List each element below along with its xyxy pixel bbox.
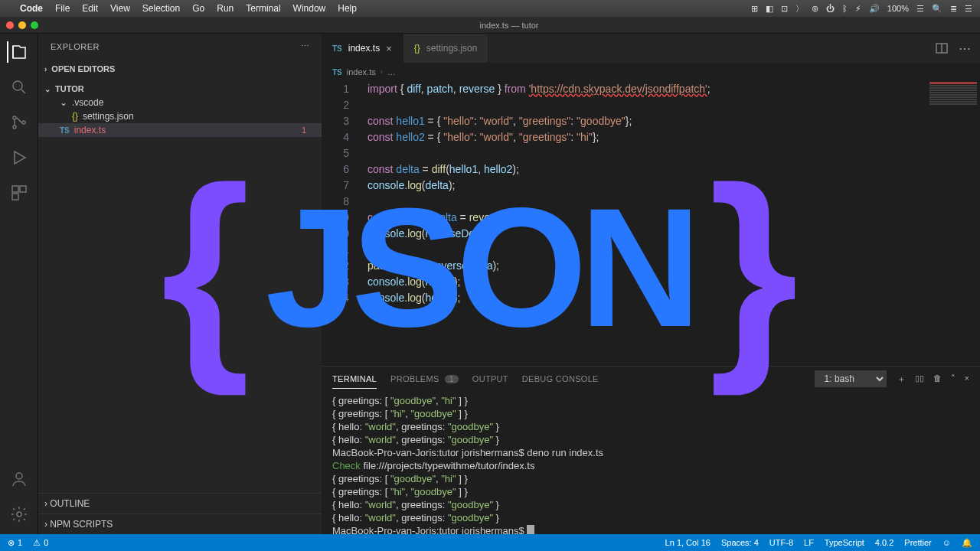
- app-name[interactable]: Code: [20, 3, 43, 14]
- notifications-icon[interactable]: ☰: [965, 4, 972, 14]
- tab-terminal[interactable]: TERMINAL: [332, 370, 377, 389]
- ts-file-icon: TS: [332, 68, 342, 77]
- open-editors-section[interactable]: › OPEN EDITORS: [38, 62, 322, 76]
- chevron-down-icon: ⌄: [60, 97, 67, 108]
- tab-label: index.ts: [348, 43, 380, 54]
- close-tab-icon[interactable]: ×: [386, 43, 392, 54]
- search-icon[interactable]: [8, 77, 30, 98]
- menu-selection[interactable]: Selection: [142, 3, 180, 14]
- svg-point-2: [13, 126, 16, 129]
- tray-icon[interactable]: ◧: [766, 4, 773, 14]
- project-section[interactable]: ⌄ TUTOR: [38, 82, 322, 96]
- sidebar-title: EXPLORER: [51, 42, 100, 51]
- svg-rect-5: [20, 186, 26, 192]
- section-label: TUTOR: [55, 84, 84, 93]
- menu-run[interactable]: Run: [217, 3, 234, 14]
- tab-index-ts[interactable]: TS index.ts ×: [322, 34, 403, 63]
- breadcrumb-file[interactable]: index.ts: [347, 67, 376, 77]
- tray-icon[interactable]: ☰: [916, 4, 924, 14]
- chevron-right-icon: ›: [381, 68, 383, 76]
- file-label: index.ts: [74, 125, 106, 135]
- maximize-window-icon[interactable]: [31, 21, 38, 29]
- minimap[interactable]: [926, 81, 980, 366]
- status-bar: ⊗ 1 ⚠ 0 Ln 1, Col 16 Spaces: 4 UTF-8 LF …: [0, 534, 980, 551]
- tab-label: PROBLEMS: [390, 374, 439, 383]
- status-errors[interactable]: ⊗ 1: [8, 538, 22, 548]
- menu-help[interactable]: Help: [338, 3, 357, 14]
- battery-icon[interactable]: ⚡︎: [855, 4, 861, 14]
- status-bell-icon[interactable]: 🔔: [962, 538, 972, 548]
- chevron-right-icon: ›: [44, 498, 47, 509]
- status-language[interactable]: TypeScript: [825, 538, 864, 548]
- menu-window[interactable]: Window: [293, 3, 326, 14]
- status-cursor[interactable]: Ln 1, Col 16: [665, 538, 710, 548]
- file-settings-json[interactable]: {} settings.json: [38, 109, 322, 123]
- tray-icon[interactable]: 〉: [795, 3, 804, 15]
- status-ts-version[interactable]: 4.0.2: [875, 538, 893, 548]
- source-control-icon[interactable]: [8, 112, 30, 133]
- status-prettier[interactable]: Prettier: [904, 538, 931, 548]
- tab-settings-json[interactable]: {} settings.json: [403, 34, 489, 63]
- status-encoding[interactable]: UTF-8: [769, 538, 793, 548]
- code-content[interactable]: import { diff, patch, reverse } from 'ht…: [368, 81, 980, 306]
- status-eol[interactable]: LF: [804, 538, 814, 548]
- error-count-badge: 1: [302, 126, 306, 135]
- tray-icon[interactable]: ⊞: [751, 4, 758, 14]
- menubar-tray: ⊞ ◧ ⊡ 〉 ⊚ ⏻ ᛒ ⚡︎ 🔊 100% ☰ 🔍 ≣ ☰: [751, 3, 972, 15]
- accounts-icon[interactable]: [8, 468, 30, 490]
- battery-percent[interactable]: 100%: [887, 4, 909, 13]
- breadcrumb[interactable]: TS index.ts › …: [322, 63, 980, 81]
- bottom-panel: TERMINAL PROBLEMS 1 OUTPUT DEBUG CONSOLE…: [322, 366, 980, 534]
- maximize-panel-icon[interactable]: ˄: [951, 373, 956, 385]
- control-center-icon[interactable]: ≣: [950, 4, 957, 14]
- breadcrumb-more[interactable]: …: [387, 67, 396, 77]
- editor-area: TS index.ts × {} settings.json ⋯ TS inde…: [322, 34, 980, 534]
- split-editor-icon[interactable]: [936, 42, 948, 54]
- kill-terminal-icon[interactable]: 🗑: [933, 373, 942, 385]
- traffic-lights: [6, 21, 38, 29]
- more-actions-icon[interactable]: ⋯: [959, 41, 971, 56]
- status-feedback-icon[interactable]: ☺: [942, 538, 951, 548]
- settings-gear-icon[interactable]: [8, 504, 30, 525]
- file-label: settings.json: [83, 111, 134, 122]
- split-terminal-icon[interactable]: ▯▯: [915, 373, 924, 385]
- tab-label: settings.json: [426, 43, 478, 54]
- npm-scripts-section[interactable]: › NPM SCRIPTS: [38, 514, 322, 534]
- editor-tabs: TS index.ts × {} settings.json ⋯: [322, 34, 980, 63]
- extensions-icon[interactable]: [8, 182, 30, 204]
- new-terminal-icon[interactable]: ＋: [897, 373, 906, 385]
- folder-vscode[interactable]: ⌄ .vscode: [38, 96, 322, 109]
- terminal-output[interactable]: { greetings: [ "goodbye", "hi" ] }{ gree…: [322, 391, 980, 534]
- ts-file-icon: TS: [60, 126, 70, 135]
- volume-icon[interactable]: 🔊: [869, 4, 880, 14]
- menu-edit[interactable]: Edit: [82, 3, 98, 14]
- problems-badge: 1: [445, 375, 459, 383]
- outline-section[interactable]: › OUTLINE: [38, 493, 322, 514]
- bluetooth-icon[interactable]: ᛒ: [842, 4, 848, 13]
- tray-icon[interactable]: ⏻: [826, 4, 835, 13]
- run-debug-icon[interactable]: [8, 147, 30, 168]
- window-titlebar: index.ts — tutor: [0, 17, 980, 34]
- more-icon[interactable]: ⋯: [301, 41, 310, 51]
- minimize-window-icon[interactable]: [18, 21, 26, 29]
- close-window-icon[interactable]: [6, 21, 14, 29]
- tray-icon[interactable]: ⊡: [781, 4, 788, 14]
- menu-view[interactable]: View: [110, 3, 130, 14]
- tab-output[interactable]: OUTPUT: [472, 370, 508, 388]
- file-index-ts[interactable]: TS index.ts 1: [38, 123, 322, 137]
- status-spaces[interactable]: Spaces: 4: [721, 538, 759, 548]
- menu-go[interactable]: Go: [192, 3, 204, 14]
- tray-icon[interactable]: ⊚: [812, 4, 818, 14]
- spotlight-icon[interactable]: 🔍: [932, 4, 942, 14]
- menu-terminal[interactable]: Terminal: [246, 3, 280, 14]
- status-warnings[interactable]: ⚠ 0: [33, 538, 48, 548]
- close-panel-icon[interactable]: ×: [965, 373, 969, 385]
- tab-debug-console[interactable]: DEBUG CONSOLE: [522, 370, 599, 388]
- svg-rect-4: [12, 186, 18, 192]
- shell-selector[interactable]: 1: bash: [815, 370, 887, 387]
- explorer-icon[interactable]: [7, 41, 28, 63]
- code-editor[interactable]: 1234567891011121314 import { diff, patch…: [322, 81, 980, 366]
- tab-problems[interactable]: PROBLEMS 1: [390, 370, 459, 388]
- menu-file[interactable]: File: [55, 3, 70, 14]
- sidebar-header: EXPLORER ⋯: [38, 34, 322, 59]
